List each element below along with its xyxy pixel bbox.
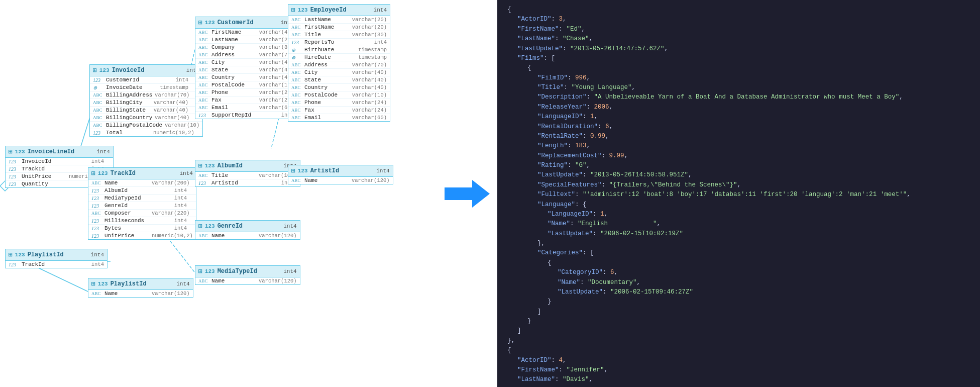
field-type: varchar(200) (152, 180, 190, 186)
field-name: LastName (304, 17, 350, 23)
table-icon: ⊞ (198, 267, 202, 275)
table-row: ABC Composer varchar(220) (88, 210, 196, 217)
svg-line-9 (35, 266, 88, 292)
field-type: varchar(120) (152, 291, 190, 297)
field-icon: ABC (198, 98, 209, 103)
table-row: ABC City varchar(40) (195, 59, 297, 66)
er-panel: ⊞ 123 InvoiceLineId int4 123 InvoiceId i… (0, 0, 437, 387)
table-icon: ⊞ (93, 66, 97, 74)
json-line: } (507, 317, 970, 326)
field-icon: 123 (9, 262, 20, 267)
json-line: ] (507, 307, 970, 317)
field-type: varchar(24) (352, 100, 387, 106)
field-type: varchar(60) (352, 115, 387, 121)
table-name: TrackId (111, 170, 136, 177)
table-name: InvoiceLineId (28, 148, 75, 155)
json-line: "Name": "Documentary", (507, 278, 970, 287)
field-name: BillingCountry (106, 115, 152, 121)
field-name: AlbumId (104, 187, 150, 194)
json-line: { (507, 5, 970, 15)
table-row: ⊛ BirthDate timestamp (288, 46, 390, 54)
json-line: "LastUpdate": "2013-05-26T14:47:57.62Z", (507, 44, 970, 54)
table-track-header: ⊞ 123 TrackId int4 (88, 168, 196, 179)
arrow-svg (445, 180, 490, 208)
table-icon: ⊞ (291, 167, 295, 175)
field-icon: ABC (93, 115, 104, 120)
field-name: Name (211, 278, 257, 284)
table-row: 123 GenreId int4 (88, 202, 196, 210)
field-name: Email (211, 105, 257, 111)
field-name: Quantity (22, 181, 67, 187)
field-name: Country (211, 74, 257, 80)
json-line: { (507, 346, 970, 355)
table-row: ABC Name varchar(200) (88, 179, 196, 187)
field-name: State (211, 67, 257, 73)
field-name: BillingCity (106, 100, 151, 106)
field-name: Phone (304, 100, 350, 106)
field-icon: ⊛ (291, 55, 302, 60)
field-icon: ABC (93, 92, 104, 98)
field-icon: ABC (198, 233, 209, 238)
pk-icon: 123 (98, 170, 108, 176)
field-icon: ABC (198, 173, 209, 178)
field-name: Country (304, 84, 350, 90)
field-name: Address (211, 52, 257, 58)
field-name: HireDate (304, 54, 350, 60)
pk-type: int4 (283, 268, 296, 274)
field-name: GenreId (104, 203, 150, 209)
field-type: varchar(220) (152, 210, 190, 216)
field-icon: ABC (198, 45, 209, 50)
json-line: "SpecialFeatures": "{Trailers,\"Behind t… (507, 180, 970, 190)
field-type: timestamp (352, 54, 387, 60)
field-name: BillingState (106, 107, 151, 113)
table-icon: ⊞ (198, 19, 202, 27)
json-line: "FilmID": 996, (507, 73, 970, 83)
table-icon: ⊞ (291, 6, 295, 14)
field-icon: 123 (93, 130, 104, 136)
json-line: } (507, 297, 970, 307)
json-line: }, (507, 336, 970, 346)
json-line: "LanguageID": 1, (507, 112, 970, 122)
field-type: int4 (352, 39, 387, 45)
table-row: 123 Total numeric(10,2) (90, 129, 202, 136)
field-icon: 123 (91, 218, 102, 224)
table-row: ABC Name varchar(120) (195, 277, 300, 284)
field-name: Phone (211, 89, 257, 95)
field-name: UnitPrice (22, 173, 67, 179)
table-artist: ⊞ 123 ArtistId int4 ABC Name varchar(120… (288, 165, 393, 184)
table-row: ABC State varchar(40) (288, 76, 390, 84)
field-name: BirthDate (304, 47, 350, 53)
field-icon: 123 (91, 196, 102, 201)
table-row: 123 Milliseconds int4 (88, 217, 196, 225)
table-row: ABC Fax varchar(24) (195, 96, 297, 104)
pk-icon: 123 (298, 7, 308, 13)
field-icon: ABC (91, 180, 102, 185)
pk-type: int4 (374, 7, 387, 13)
json-line: "LastUpdate": "2006-02-15T09:46:27Z" (507, 287, 970, 297)
table-row: ABC BillingState varchar(40) (90, 107, 202, 114)
table-row: ABC Name varchar(120) (195, 232, 300, 239)
field-icon: ABC (93, 100, 104, 105)
field-name: Email (304, 115, 350, 121)
field-name: Fax (211, 97, 257, 103)
field-icon: 123 (91, 233, 102, 239)
table-icon: ⊞ (198, 162, 202, 170)
table-row: ABC FirstName varchar(40) (195, 29, 297, 36)
field-name: Name (304, 177, 350, 183)
json-line: "RentalDuration": 6, (507, 122, 970, 132)
table-row: ABC Country varchar(40) (195, 74, 297, 81)
field-icon: ABC (198, 82, 209, 87)
field-name: TrackId (22, 261, 67, 267)
pk-icon: 123 (298, 168, 308, 174)
table-row: ABC Email varchar(60) (195, 104, 297, 112)
table-employee-header: ⊞ 123 EmployeeId int4 (288, 5, 390, 16)
json-line: "ActorID": 3, (507, 15, 970, 24)
field-type: varchar(70) (352, 62, 387, 68)
json-line: "LastUpdate": "2013-05-26T14:50:58.951Z"… (507, 170, 970, 180)
table-row: ABC Company varchar(80) (195, 44, 297, 51)
json-line: "ReleaseYear": 2006, (507, 103, 970, 112)
field-type: varchar(40) (154, 115, 189, 121)
table-invoice-header: ⊞ 123 InvoiceId int4 (90, 65, 202, 76)
field-name: ReportsTo (304, 39, 350, 45)
field-icon: ABC (198, 30, 209, 35)
